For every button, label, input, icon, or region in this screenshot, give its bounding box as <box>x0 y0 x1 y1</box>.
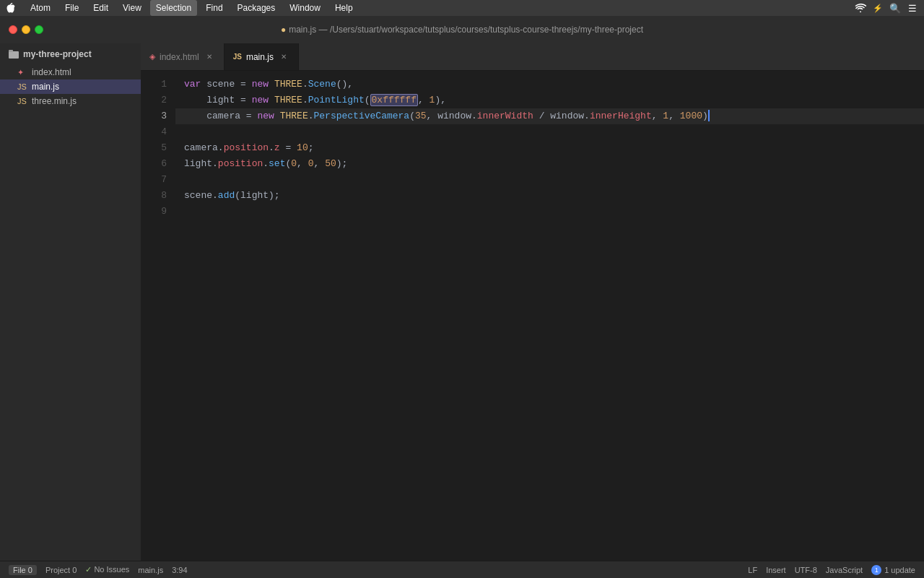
sidebar-item-index-html[interactable]: ✦ index.html <box>0 65 141 79</box>
file-badge[interactable]: File 0 <box>9 565 37 575</box>
line-num-7: 7 <box>141 172 175 188</box>
sidebar-item-three-min-js[interactable]: JS three.min.js <box>0 94 141 108</box>
statusbar-language[interactable]: JavaScript <box>826 566 863 574</box>
line-num-2: 2 <box>141 92 175 108</box>
tab-index-html[interactable]: ◈ index.html ✕ <box>141 43 225 70</box>
menubar-right: ⚡ 🔍 ☰ <box>855 2 918 14</box>
sidebar-item-main-js[interactable]: JS main.js <box>0 79 141 94</box>
svg-rect-0 <box>9 51 19 59</box>
minimize-button[interactable] <box>22 25 30 34</box>
folder-icon <box>9 49 19 59</box>
tab-close-main[interactable]: ✕ <box>278 51 289 63</box>
code-line-9 <box>175 204 924 220</box>
tab-label-index: index.html <box>160 52 199 62</box>
code-editor[interactable]: 1 2 3 4 5 6 7 8 9 var scene = new THREE.… <box>141 71 924 561</box>
keyword-var: var <box>184 79 201 90</box>
line-num-6: 6 <box>141 156 175 172</box>
tab-bar: ◈ index.html ✕ JS main.js ✕ <box>141 43 924 71</box>
menu-help[interactable]: Help <box>329 0 359 16</box>
wifi-icon <box>855 2 866 14</box>
sidebar: my-three-project ✦ index.html JS main.js… <box>0 43 141 561</box>
statusbar-line-ending[interactable]: LF <box>748 566 757 574</box>
html-file-icon: ✦ <box>17 68 27 77</box>
menu-edit[interactable]: Edit <box>87 0 114 16</box>
statusbar-insert-mode[interactable]: Insert <box>766 566 786 574</box>
apple-menu[interactable] <box>6 3 16 13</box>
menu-window[interactable]: Window <box>284 0 326 16</box>
code-line-8: scene.add(light); <box>175 188 924 204</box>
statusbar-right: LF Insert UTF-8 JavaScript 1 1 update <box>748 565 915 575</box>
statusbar-update-label: 1 update <box>884 566 915 574</box>
editor-area: ◈ index.html ✕ JS main.js ✕ 1 2 3 4 5 6 … <box>141 43 924 561</box>
battery-icon: ⚡ <box>872 2 884 14</box>
code-line-7 <box>175 172 924 188</box>
check-icon: ✓ <box>85 565 92 574</box>
menu-find[interactable]: Find <box>200 0 228 16</box>
main-layout: my-three-project ✦ index.html JS main.js… <box>0 43 924 561</box>
line-num-3: 3 <box>141 108 175 124</box>
statusbar-position: 3:94 <box>172 566 187 574</box>
maximize-button[interactable] <box>35 25 43 34</box>
menu-view[interactable]: View <box>117 0 147 16</box>
code-line-3: camera = new THREE.PerspectiveCamera(35,… <box>175 108 924 124</box>
sidebar-filename-main: main.js <box>32 82 59 92</box>
code-line-6: light.position.set(0, 0, 50); <box>175 156 924 172</box>
tab-js-icon: JS <box>233 53 242 61</box>
code-line-5: camera.position.z = 10; <box>175 140 924 156</box>
statusbar-encoding[interactable]: UTF-8 <box>795 566 817 574</box>
tab-close-index[interactable]: ✕ <box>204 51 215 63</box>
js-file-icon-three: JS <box>17 97 27 105</box>
statusbar-project: Project 0 <box>45 566 77 574</box>
statusbar-update[interactable]: 1 1 update <box>871 565 915 575</box>
code-line-2: light = new THREE.PointLight(0xffffff, 1… <box>175 92 924 108</box>
project-name: my-three-project <box>23 49 92 59</box>
menu-atom[interactable]: Atom <box>25 0 56 16</box>
highlight-hex: 0xffffff <box>370 94 418 106</box>
menu-selection[interactable]: Selection <box>150 0 197 16</box>
menu-packages[interactable]: Packages <box>232 0 282 16</box>
statusbar-filename: main.js <box>138 566 163 574</box>
file-tree: ✦ index.html JS main.js JS three.min.js <box>0 65 141 561</box>
title-text: ●main.js — /Users/stuart/workspace/tutsp… <box>281 25 643 35</box>
sidebar-filename-index: index.html <box>32 67 71 77</box>
traffic-lights <box>9 25 43 34</box>
titlebar: ●main.js — /Users/stuart/workspace/tutsp… <box>0 16 924 43</box>
line-num-5: 5 <box>141 140 175 156</box>
code-content: var scene = new THREE.Scene(), light = n… <box>175 71 924 561</box>
statusbar-left: File 0 Project 0 ✓ No Issues main.js 3:9… <box>9 565 188 575</box>
line-numbers: 1 2 3 4 5 6 7 8 9 <box>141 71 175 561</box>
statusbar-no-issues: ✓ No Issues <box>85 565 129 574</box>
search-icon[interactable]: 🔍 <box>889 2 901 14</box>
menu-file[interactable]: File <box>59 0 84 16</box>
sidebar-filename-three: three.min.js <box>32 96 77 106</box>
text-cursor <box>708 110 710 121</box>
statusbar: File 0 Project 0 ✓ No Issues main.js 3:9… <box>0 561 924 578</box>
line-num-4: 4 <box>141 124 175 140</box>
update-count-badge: 1 <box>871 565 881 575</box>
code-line-1: var scene = new THREE.Scene(), <box>175 77 924 92</box>
svg-rect-1 <box>9 50 13 52</box>
project-header: my-three-project <box>0 43 141 65</box>
menu-icon[interactable]: ☰ <box>907 2 918 14</box>
code-line-4 <box>175 124 924 140</box>
line-num-8: 8 <box>141 188 175 204</box>
menubar: Atom File Edit View Selection Find Packa… <box>0 0 924 16</box>
title-dot: ● <box>281 25 286 35</box>
line-num-1: 1 <box>141 77 175 92</box>
js-file-icon-main: JS <box>17 82 27 91</box>
line-num-9: 9 <box>141 204 175 220</box>
tab-label-main: main.js <box>246 52 274 62</box>
tab-html-icon: ◈ <box>149 52 155 61</box>
tab-main-js[interactable]: JS main.js ✕ <box>225 43 299 70</box>
close-button[interactable] <box>9 25 17 34</box>
